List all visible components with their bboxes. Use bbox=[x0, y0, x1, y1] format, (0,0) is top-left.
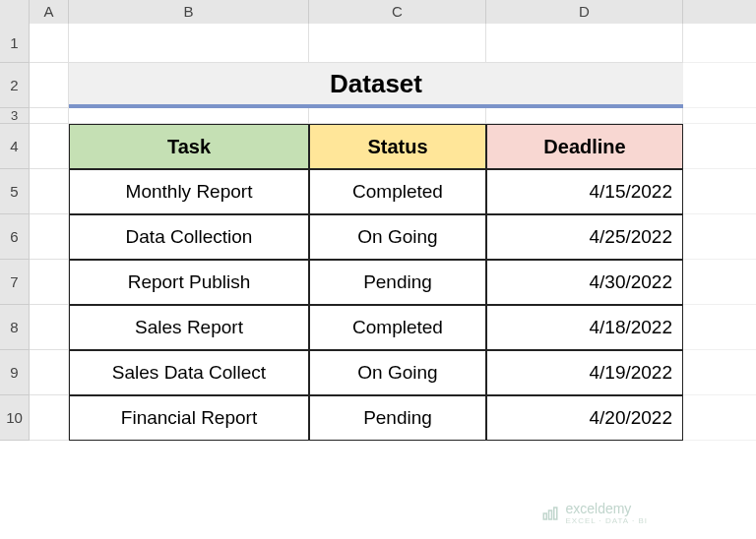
cell-a3[interactable] bbox=[30, 108, 69, 124]
select-all-corner[interactable] bbox=[0, 0, 30, 24]
cell-task[interactable]: Sales Report bbox=[69, 305, 309, 350]
cell-task[interactable]: Report Publish bbox=[69, 260, 309, 305]
cell-a7[interactable] bbox=[30, 260, 69, 305]
cell-status[interactable]: Completed bbox=[309, 305, 486, 350]
watermark-tag: EXCEL · DATA · BI bbox=[565, 516, 648, 525]
cell-status[interactable]: On Going bbox=[309, 214, 486, 260]
blank bbox=[683, 214, 756, 260]
cell-c3[interactable] bbox=[309, 108, 486, 124]
watermark-brand: exceldemy bbox=[565, 501, 631, 516]
cell-deadline[interactable]: 4/20/2022 bbox=[486, 395, 683, 441]
blank bbox=[683, 63, 756, 108]
header-task[interactable]: Task bbox=[69, 124, 309, 169]
row-3: 3 bbox=[0, 108, 756, 124]
cell-task[interactable]: Monthly Report bbox=[69, 169, 309, 214]
col-header-c[interactable]: C bbox=[309, 0, 486, 24]
cell-task[interactable]: Financial Report bbox=[69, 395, 309, 441]
blank bbox=[683, 108, 756, 124]
blank bbox=[683, 24, 756, 63]
svg-rect-2 bbox=[554, 508, 557, 519]
cell-b1[interactable] bbox=[69, 24, 309, 63]
cell-a6[interactable] bbox=[30, 214, 69, 260]
cell-a4[interactable] bbox=[30, 124, 69, 169]
cell-deadline[interactable]: 4/15/2022 bbox=[486, 169, 683, 214]
row-7: 7 Report Publish Pending 4/30/2022 bbox=[0, 260, 756, 305]
cell-a8[interactable] bbox=[30, 305, 69, 350]
cell-deadline[interactable]: 4/30/2022 bbox=[486, 260, 683, 305]
header-deadline[interactable]: Deadline bbox=[486, 124, 683, 169]
cell-status[interactable]: Completed bbox=[309, 169, 486, 214]
row-8: 8 Sales Report Completed 4/18/2022 bbox=[0, 305, 756, 350]
cell-status[interactable]: Pending bbox=[309, 260, 486, 305]
column-header-row: A B C D bbox=[0, 0, 756, 24]
row-header-5[interactable]: 5 bbox=[0, 169, 30, 214]
row-1: 1 bbox=[0, 24, 756, 63]
row-header-9[interactable]: 9 bbox=[0, 350, 30, 395]
row-header-3[interactable]: 3 bbox=[0, 108, 30, 124]
row-header-10[interactable]: 10 bbox=[0, 395, 30, 441]
cell-b3[interactable] bbox=[69, 108, 309, 124]
col-header-rest bbox=[683, 0, 756, 24]
cell-a5[interactable] bbox=[30, 169, 69, 214]
svg-rect-1 bbox=[549, 510, 552, 519]
cell-c1[interactable] bbox=[309, 24, 486, 63]
cell-d1[interactable] bbox=[486, 24, 683, 63]
cell-status[interactable]: On Going bbox=[309, 350, 486, 395]
dataset-title[interactable]: Dataset bbox=[69, 63, 683, 108]
watermark: exceldemy EXCEL · DATA · BI bbox=[541, 501, 648, 525]
cell-deadline[interactable]: 4/25/2022 bbox=[486, 214, 683, 260]
chart-icon bbox=[541, 505, 559, 522]
row-header-6[interactable]: 6 bbox=[0, 214, 30, 260]
spreadsheet: A B C D 1 2 Dataset 3 4 Task Status Dead… bbox=[0, 0, 756, 539]
row-header-4[interactable]: 4 bbox=[0, 124, 30, 169]
svg-rect-0 bbox=[544, 513, 547, 519]
cell-deadline[interactable]: 4/19/2022 bbox=[486, 350, 683, 395]
row-header-7[interactable]: 7 bbox=[0, 260, 30, 305]
cell-status[interactable]: Pending bbox=[309, 395, 486, 441]
row-6: 6 Data Collection On Going 4/25/2022 bbox=[0, 214, 756, 260]
cell-d3[interactable] bbox=[486, 108, 683, 124]
col-header-d[interactable]: D bbox=[486, 0, 683, 24]
col-header-a[interactable]: A bbox=[30, 0, 69, 24]
cell-deadline[interactable]: 4/18/2022 bbox=[486, 305, 683, 350]
row-5: 5 Monthly Report Completed 4/15/2022 bbox=[0, 169, 756, 214]
cell-a1[interactable] bbox=[30, 24, 69, 63]
col-header-b[interactable]: B bbox=[69, 0, 309, 24]
blank bbox=[683, 169, 756, 214]
row-header-2[interactable]: 2 bbox=[0, 63, 30, 108]
blank bbox=[683, 350, 756, 395]
cell-a10[interactable] bbox=[30, 395, 69, 441]
cell-task[interactable]: Sales Data Collect bbox=[69, 350, 309, 395]
row-10: 10 Financial Report Pending 4/20/2022 bbox=[0, 395, 756, 441]
row-header-8[interactable]: 8 bbox=[0, 305, 30, 350]
row-header-1[interactable]: 1 bbox=[0, 24, 30, 63]
blank bbox=[683, 260, 756, 305]
row-9: 9 Sales Data Collect On Going 4/19/2022 bbox=[0, 350, 756, 395]
blank bbox=[683, 305, 756, 350]
blank bbox=[683, 395, 756, 441]
header-status[interactable]: Status bbox=[309, 124, 486, 169]
cell-task[interactable]: Data Collection bbox=[69, 214, 309, 260]
cell-a2[interactable] bbox=[30, 63, 69, 108]
row-2: 2 Dataset bbox=[0, 63, 756, 108]
blank bbox=[683, 124, 756, 169]
cell-a9[interactable] bbox=[30, 350, 69, 395]
row-4: 4 Task Status Deadline bbox=[0, 124, 756, 169]
